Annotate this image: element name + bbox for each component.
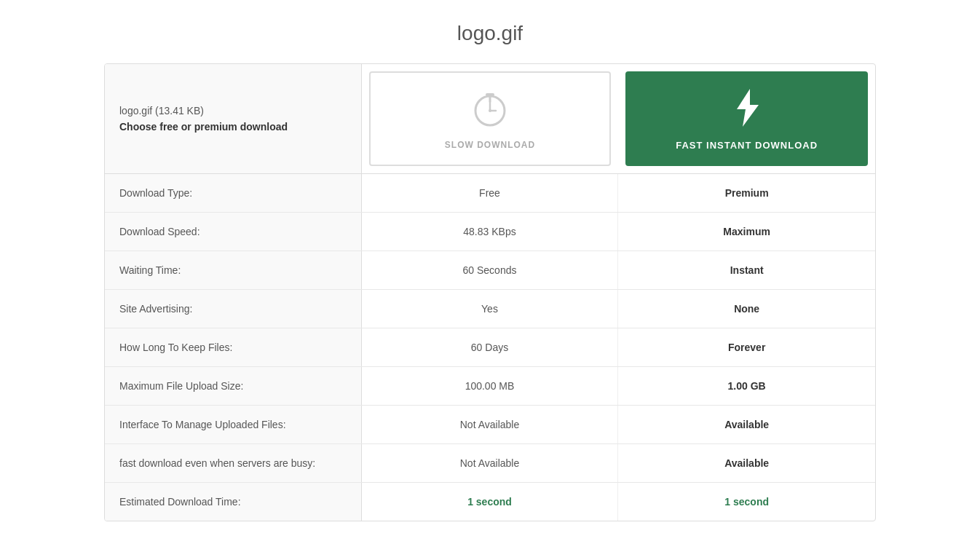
premium-value: Forever xyxy=(618,328,875,366)
table-row: Download Speed:48.83 KBpsMaximum xyxy=(105,213,875,251)
row-label: fast download even when servers are busy… xyxy=(105,444,362,482)
premium-value: Instant xyxy=(618,251,875,289)
premium-value: Available xyxy=(618,406,875,443)
table-row: fast download even when servers are busy… xyxy=(105,444,875,483)
file-name: logo.gif (13.41 KB) xyxy=(119,105,204,117)
page-container: logo.gif logo.gif (13.41 KB) Choose free… xyxy=(90,0,890,521)
free-value: 60 Days xyxy=(362,328,619,366)
fast-download-cell[interactable]: FAST INSTANT DOWNLOAD xyxy=(625,71,868,166)
slow-download-cell[interactable]: SLOW DOWNLOAD xyxy=(369,71,612,166)
premium-value: Premium xyxy=(618,174,875,212)
table-row: Site Advertising:YesNone xyxy=(105,290,875,328)
table-row: Waiting Time:60 SecondsInstant xyxy=(105,251,875,290)
row-label: Maximum File Upload Size: xyxy=(105,367,362,405)
table-row: Maximum File Upload Size:100.00 MB1.00 G… xyxy=(105,367,875,406)
free-value: Yes xyxy=(362,290,619,328)
page-title: logo.gif xyxy=(104,0,876,63)
table-row: Download Type:FreePremium xyxy=(105,174,875,213)
premium-value: None xyxy=(618,290,875,328)
table-row: How Long To Keep Files:60 DaysForever xyxy=(105,328,875,367)
comparison-table: logo.gif (13.41 KB) Choose free or premi… xyxy=(104,63,876,521)
free-value: 100.00 MB xyxy=(362,367,619,405)
svg-rect-2 xyxy=(486,93,494,96)
free-value: 60 Seconds xyxy=(362,251,619,289)
rows-container: Download Type:FreePremiumDownload Speed:… xyxy=(105,174,875,521)
table-row: Interface To Manage Uploaded Files:Not A… xyxy=(105,406,875,444)
bolt-icon xyxy=(730,87,764,134)
fast-download-label: FAST INSTANT DOWNLOAD xyxy=(676,140,818,151)
free-value: Free xyxy=(362,174,619,212)
row-label: Download Speed: xyxy=(105,213,362,251)
premium-value: 1 second xyxy=(618,483,875,521)
free-value: Not Available xyxy=(362,444,619,482)
svg-marker-6 xyxy=(737,89,759,127)
file-info-cell: logo.gif (13.41 KB) Choose free or premi… xyxy=(105,64,362,173)
svg-point-5 xyxy=(489,109,491,112)
row-label: Waiting Time: xyxy=(105,251,362,289)
free-value: 48.83 KBps xyxy=(362,213,619,251)
stopwatch-icon xyxy=(470,87,510,134)
row-label: How Long To Keep Files: xyxy=(105,328,362,366)
choose-text: Choose free or premium download xyxy=(119,121,288,133)
premium-value: Maximum xyxy=(618,213,875,251)
row-label: Estimated Download Time: xyxy=(105,483,362,521)
row-label: Interface To Manage Uploaded Files: xyxy=(105,406,362,443)
free-value: 1 second xyxy=(362,483,619,521)
header-row: logo.gif (13.41 KB) Choose free or premi… xyxy=(105,64,875,174)
slow-download-label: SLOW DOWNLOAD xyxy=(445,140,535,150)
row-label: Site Advertising: xyxy=(105,290,362,328)
premium-value: 1.00 GB xyxy=(618,367,875,405)
table-row: Estimated Download Time:1 second1 second xyxy=(105,483,875,521)
free-value: Not Available xyxy=(362,406,619,443)
premium-value: Available xyxy=(618,444,875,482)
row-label: Download Type: xyxy=(105,174,362,212)
